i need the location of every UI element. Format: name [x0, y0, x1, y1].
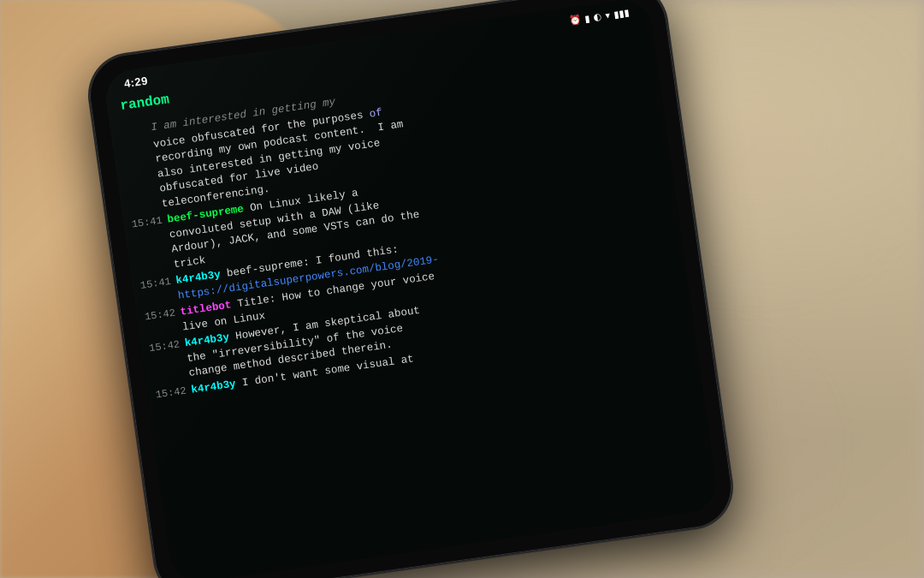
scene: 4:29 ⏰ ▮ ◐ ▾ ▮▮▮ random	[0, 0, 924, 578]
status-time: 4:29	[123, 74, 149, 90]
wifi-icon: ▾	[605, 9, 612, 21]
channel-name: random	[119, 92, 170, 114]
brightness-icon: ◐	[593, 11, 603, 23]
phone-wrapper: 4:29 ⏰ ▮ ◐ ▾ ▮▮▮ random	[85, 0, 737, 578]
battery-icon: ▮	[584, 13, 591, 25]
username-k4r4b3y-2: k4r4b3y	[184, 331, 230, 349]
timestamp-1	[120, 139, 157, 217]
timestamp-4: 15:42	[144, 307, 179, 341]
phone-body: 4:29 ⏰ ▮ ◐ ▾ ▮▮▮ random	[85, 0, 737, 578]
timestamp-6: 15:42	[155, 384, 187, 402]
phone-screen[interactable]: 4:29 ⏰ ▮ ◐ ▾ ▮▮▮ random	[102, 0, 720, 578]
timestamp-3: 15:41	[139, 275, 175, 309]
alarm-icon: ⏰	[569, 14, 583, 27]
username-k4r4b3y-3: k4r4b3y	[191, 378, 237, 396]
timestamp-5: 15:42	[148, 337, 185, 386]
timestamp-2: 15:41	[131, 214, 169, 277]
signal-icon: ▮▮▮	[613, 7, 630, 20]
